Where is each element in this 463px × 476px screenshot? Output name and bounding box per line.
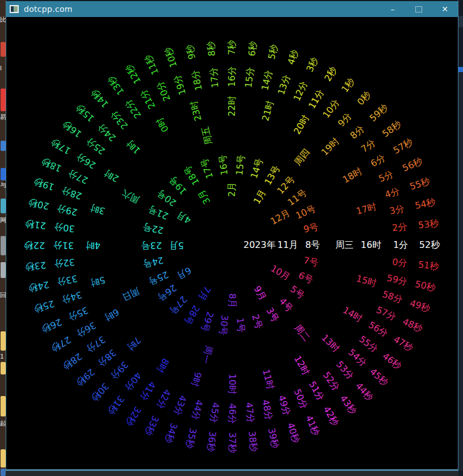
ring-item: 13号 xyxy=(263,164,281,186)
ring-item: 20分 xyxy=(155,80,171,103)
ring-item: 5分 xyxy=(377,170,394,184)
ring-item: 18时 xyxy=(341,166,363,184)
ring-item-current: 1分 xyxy=(393,241,408,250)
ring-item: 31分 xyxy=(53,241,74,250)
ring-item: 12月 xyxy=(269,208,291,226)
ring-item: 41分 xyxy=(138,380,157,402)
ring-item: 43分 xyxy=(172,394,187,417)
desktop-icon-fragment[interactable] xyxy=(1,199,6,213)
ring-item: 51秒 xyxy=(418,260,439,272)
ring-item: 5号 xyxy=(289,284,306,300)
desktop-label-fragment: 起 xyxy=(0,420,6,428)
ring-item: 32秒 xyxy=(124,405,142,427)
ring-item: 2时 xyxy=(103,168,120,183)
desktop-icon-fragment[interactable] xyxy=(1,396,6,416)
maximize-icon xyxy=(415,6,422,12)
ring-item: 0时 xyxy=(155,116,170,133)
ring-item: 23时 xyxy=(189,100,203,122)
ring-item: 52分 xyxy=(321,370,340,393)
ring-item: 17时 xyxy=(355,202,377,216)
desktop-icon-fragment[interactable] xyxy=(1,141,6,151)
desktop-icon-fragment[interactable] xyxy=(1,362,6,374)
ring-item: 40分 xyxy=(123,370,142,393)
ring-item: 20秒 xyxy=(28,197,50,210)
ring-item: 1号 xyxy=(235,317,246,333)
ring-item: 22秒 xyxy=(24,241,45,250)
ring-item: 9分 xyxy=(336,111,353,128)
desktop-icon-fragment[interactable] xyxy=(1,89,6,111)
ring-item: 26分 xyxy=(75,151,97,170)
ring-item: 21号 xyxy=(147,204,170,221)
desktop-icon-fragment[interactable] xyxy=(1,469,6,476)
ring-item: 5秒 xyxy=(267,44,279,60)
ring-item: 7月 xyxy=(197,285,212,302)
desktop-icon-fragment[interactable] xyxy=(1,168,6,180)
ring-item: 55分 xyxy=(357,334,380,353)
ring-item: 58分 xyxy=(381,290,404,305)
minimize-button[interactable]: – xyxy=(380,1,406,17)
ring-item: 44分 xyxy=(191,399,204,421)
taskbar-strip xyxy=(6,471,463,476)
window-fragment-band xyxy=(458,16,463,27)
ring-item: 31秒 xyxy=(106,394,125,416)
ring-item: 38秒 xyxy=(247,431,259,452)
ring-item: 11号 xyxy=(286,188,308,207)
ring-item: 3时 xyxy=(90,203,106,215)
ring-item: 9时 xyxy=(190,371,202,387)
desktop-icon-fragment[interactable] xyxy=(1,236,6,255)
desktop-icon-fragment[interactable] xyxy=(1,449,6,467)
ring-item: 51分 xyxy=(307,380,325,402)
ring-item: 26号 xyxy=(156,283,178,302)
ring-item: 3月 xyxy=(197,188,212,206)
ring-item: 2号 xyxy=(250,313,263,330)
ring-item-current: 11月 xyxy=(277,241,298,250)
window-fragment-band xyxy=(458,72,463,471)
ring-item: 28秒 xyxy=(61,351,83,370)
ring-item: 50秒 xyxy=(414,280,436,293)
ring-item: 12号 xyxy=(276,175,296,196)
ring-item: 47秒 xyxy=(392,335,414,353)
desktop-icon-fragment[interactable] xyxy=(1,331,6,351)
desktop-icon-fragment[interactable] xyxy=(1,42,6,57)
ring-item: 3秒 xyxy=(305,56,319,73)
ring-item: 15时 xyxy=(355,274,377,288)
ring-item: 48秒 xyxy=(401,317,424,334)
close-button[interactable]: ✕ xyxy=(432,1,458,17)
ring-item: 58秒 xyxy=(381,119,403,138)
ring-item: 30秒 xyxy=(90,381,110,403)
ring-item: 39秒 xyxy=(267,427,280,449)
ring-item: 36分 xyxy=(75,320,97,338)
ring-item: 15分 xyxy=(244,67,255,89)
ring-item: 36秒 xyxy=(206,431,217,452)
maximize-button[interactable] xyxy=(406,1,432,17)
ring-item: 26秒 xyxy=(40,317,63,334)
ring-item: 10时 xyxy=(228,374,237,394)
titlebar[interactable]: dotcpp.com – ✕ xyxy=(6,1,458,17)
ring-item: 37秒 xyxy=(228,432,237,453)
ring-item: 8时 xyxy=(155,357,170,374)
ring-item: 7时 xyxy=(125,335,142,352)
ring-item: 40秒 xyxy=(285,422,300,444)
ring-item: 12秒 xyxy=(124,63,142,85)
ring-item: 21秒 xyxy=(25,219,47,230)
ring-item: 6月 xyxy=(175,266,193,281)
app-icon xyxy=(10,5,19,13)
ring-item: 6号 xyxy=(297,271,314,285)
ring-item: 23秒 xyxy=(25,260,47,272)
ring-item: 6秒 xyxy=(247,41,258,57)
ring-item: 22分 xyxy=(123,98,142,120)
ring-item: 34秒 xyxy=(163,422,178,444)
desktop-icon-fragment[interactable] xyxy=(1,262,6,278)
ring-item: 16分 xyxy=(228,66,237,87)
ring-item: 41秒 xyxy=(304,414,321,437)
ring-item: 17分 xyxy=(209,67,220,89)
ring-item: 14号 xyxy=(250,157,264,180)
ring-item: 18分 xyxy=(191,69,204,91)
ring-item: 29分 xyxy=(56,204,78,217)
ring-item: 1秒 xyxy=(340,77,356,94)
ring-item: 19号 xyxy=(168,175,188,196)
ring-item: 4月 xyxy=(175,210,193,225)
ring-item: 15秒 xyxy=(75,103,96,123)
ring-item: 22号 xyxy=(142,222,165,235)
desktop-label-fragment: 1 xyxy=(0,353,6,360)
